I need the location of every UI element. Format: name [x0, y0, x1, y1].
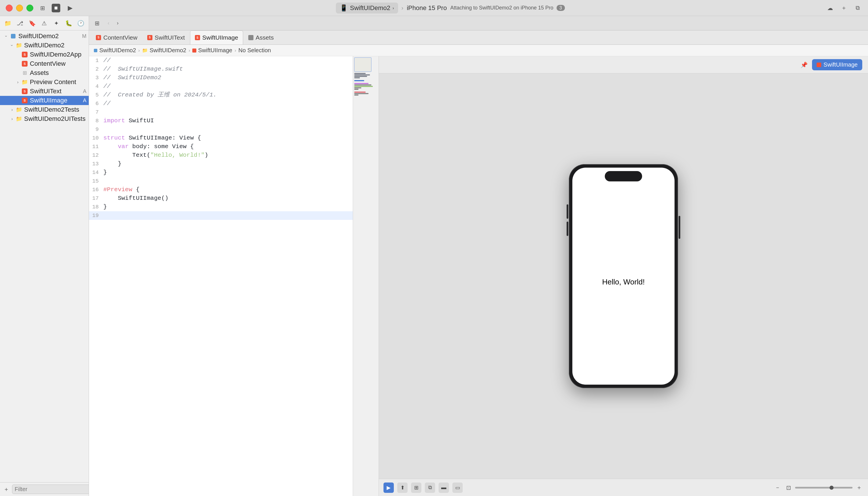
sidebar-item-uitests[interactable]: › 📁 SwiftUIDemo2UITests: [0, 114, 89, 123]
zoom-slider[interactable]: [795, 487, 852, 489]
pin-icon[interactable]: 📌: [800, 60, 809, 69]
title-bar-right: ☁ ＋ ⧉: [825, 3, 862, 13]
breadcrumb-item-file[interactable]: SwiftUIImage: [192, 47, 232, 54]
folder-blue-icon: 📁: [15, 42, 23, 48]
filter-input[interactable]: [12, 484, 89, 494]
nav-arrows: ‹ ›: [105, 19, 122, 27]
sidebar-group-label: SwiftUIDemo2: [24, 42, 89, 49]
preview-content: Hello, World!: [379, 74, 868, 479]
sidebar-item-swiftuiText[interactable]: S SwiftUIText A: [0, 87, 89, 96]
swift-file-icon-selected: S: [21, 97, 29, 104]
minimize-button[interactable]: [16, 4, 23, 12]
theme-icon[interactable]: ☁: [825, 3, 835, 13]
swift-bc-icon: [192, 48, 196, 52]
chevron-icon: ›: [9, 107, 15, 112]
right-panel: 📌 SwiftUIImage Hello, World!: [379, 56, 868, 496]
tab-swiftuiText[interactable]: S SwiftUIText: [143, 30, 189, 45]
iphone-vol-up-button: [567, 204, 568, 219]
svg-rect-0: [55, 6, 58, 10]
source-control-icon[interactable]: ⎇: [16, 19, 24, 28]
breadcrumb-sep: ›: [234, 48, 236, 53]
iphone-power-button: [679, 216, 680, 239]
run-status-label: Attaching to SwiftUIDemo2 on iPhone 15 P…: [450, 5, 565, 11]
device-size-icon[interactable]: ▬: [438, 482, 449, 493]
breadcrumb-file-label: SwiftUIImage: [198, 47, 232, 54]
sidebar-swiftuiImage-label: SwiftUIImage: [30, 97, 83, 104]
zoom-fit-icon[interactable]: ⊡: [784, 483, 793, 492]
svg-rect-1: [11, 34, 16, 38]
title-bar: ⊞ ▶ 📱 SwiftUIDemo2 › › iPhone 15 Pro Att…: [0, 0, 868, 16]
main-layout: 📁 ⎇ 🔖 ⚠ ✦ 🐛 🕐 › SwiftUIDemo2 M ›: [0, 16, 868, 496]
folder-bc-icon: 📁: [142, 48, 148, 53]
tab-contentview[interactable]: S ContentView: [91, 30, 142, 45]
minimap-content: [353, 56, 378, 496]
sidebar-content: › SwiftUIDemo2 M › 📁 SwiftUIDemo2 S: [0, 30, 89, 482]
tab-swiftuiImage[interactable]: S SwiftUIImage: [190, 30, 243, 45]
tab-assets[interactable]: Assets: [244, 30, 278, 45]
add-filter-icon[interactable]: ＋: [3, 485, 9, 494]
sidebar-toggle-icon[interactable]: ⊞: [38, 3, 47, 13]
breadcrumb-sep: ›: [189, 48, 190, 53]
stop-button[interactable]: [52, 4, 60, 12]
folder-icon-tests: 📁: [15, 107, 23, 113]
nav-forward-icon[interactable]: ›: [114, 19, 122, 27]
play-preview-icon[interactable]: ▶: [384, 482, 394, 493]
window-icon[interactable]: ⧉: [853, 3, 862, 13]
sidebar-item-assets[interactable]: ⊞ Assets: [0, 68, 89, 78]
chevron-icon: ›: [15, 79, 21, 85]
close-button[interactable]: [6, 4, 13, 12]
swift-tab-icon-active: S: [195, 35, 200, 40]
nav-back-icon[interactable]: ‹: [105, 19, 112, 27]
add-icon[interactable]: ＋: [839, 3, 849, 13]
bookmark-icon[interactable]: 🔖: [28, 19, 36, 28]
code-editor[interactable]: 1 // 2 // SwiftUIImage.swift 3 // SwiftU…: [89, 56, 353, 496]
sidebar-item-group[interactable]: › 📁 SwiftUIDemo2: [0, 41, 89, 50]
device-frame-icon[interactable]: ▭: [452, 482, 463, 493]
code-line-2: 2 // SwiftUIImage.swift: [89, 65, 353, 74]
breadcrumb-item-folder[interactable]: 📁 SwiftUIDemo2: [142, 47, 186, 54]
maximize-button[interactable]: [27, 4, 33, 12]
folder-icon[interactable]: 📁: [3, 19, 12, 28]
code-line-7: 7: [89, 108, 353, 117]
preview-device-button[interactable]: SwiftUIImage: [812, 59, 862, 70]
swift-file-icon: S: [21, 61, 29, 67]
breadcrumb-item-selection: No Selection: [238, 47, 271, 54]
sidebar-item-root[interactable]: › SwiftUIDemo2 M: [0, 32, 89, 41]
project-icon: [9, 33, 17, 39]
sidebar-item-tests[interactable]: › 📁 SwiftUIDemo2Tests: [0, 105, 89, 114]
code-line-15: 15: [89, 177, 353, 185]
code-line-12: 12 Text("Hello, World!"): [89, 151, 353, 159]
sidebar-app-label: SwiftUIDemo2App: [30, 51, 89, 58]
chevron-icon: ›: [9, 43, 15, 48]
sidebar-item-swiftuiImage[interactable]: S SwiftUIImage A: [0, 96, 89, 105]
grid-icon[interactable]: ⊞: [92, 19, 102, 28]
code-line-6: 6 //: [89, 99, 353, 108]
traffic-lights: [6, 4, 33, 12]
breadcrumb-selection-label: No Selection: [238, 47, 271, 54]
sidebar-contentview-label: ContentView: [30, 60, 89, 67]
device-selector[interactable]: iPhone 15 Pro: [407, 4, 447, 12]
zoom-in-icon[interactable]: ＋: [855, 483, 864, 492]
folder-blue-icon: 📁: [21, 79, 29, 85]
inspect-preview-icon[interactable]: ⬆: [397, 482, 407, 493]
sidebar-toolbar: 📁 ⎇ 🔖 ⚠ ✦ 🐛 🕐: [0, 16, 89, 30]
sidebar-item-contentview[interactable]: S ContentView: [0, 59, 89, 68]
debug-icon[interactable]: 🐛: [64, 19, 73, 28]
test-icon[interactable]: ✦: [52, 19, 61, 28]
zoom-out-icon[interactable]: －: [773, 483, 782, 492]
scheme-selector[interactable]: 📱 SwiftUIDemo2 ›: [336, 3, 398, 14]
sidebar-item-app[interactable]: S SwiftUIDemo2App: [0, 50, 89, 59]
recent-icon[interactable]: 🕐: [77, 19, 85, 28]
sidebar-item-preview-content[interactable]: › 📁 Preview Content: [0, 78, 89, 87]
code-line-14: 14 }: [89, 168, 353, 177]
code-line-16: 16 #Preview {: [89, 185, 353, 194]
grid-preview-icon[interactable]: ⊞: [411, 482, 421, 493]
breadcrumb-item-project[interactable]: SwiftUIDemo2: [94, 47, 136, 54]
tab-swiftuiImage-label: SwiftUIImage: [202, 34, 238, 41]
device-preview-icon[interactable]: ⧉: [425, 482, 435, 493]
run-button[interactable]: ▶: [65, 3, 75, 13]
breadcrumb: SwiftUIDemo2 › 📁 SwiftUIDemo2 › SwiftUII…: [89, 45, 868, 56]
code-line-18: 18 }: [89, 203, 353, 211]
warning-icon[interactable]: ⚠: [40, 19, 48, 28]
tab-assets-label: Assets: [256, 34, 274, 41]
